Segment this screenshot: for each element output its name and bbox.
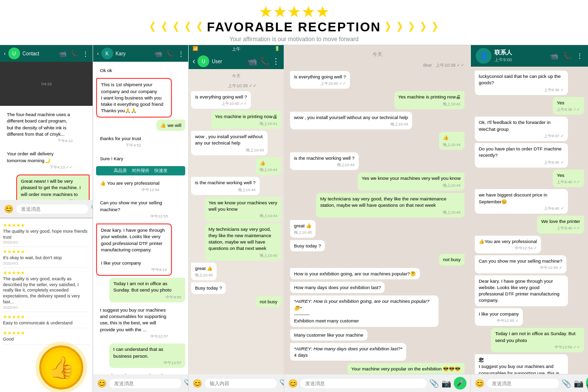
msg-2-1: Ok ok bbox=[96, 65, 116, 76]
left-arrows: 《《《《《 bbox=[144, 20, 203, 35]
video-icon-3[interactable]: 📹 bbox=[247, 57, 257, 66]
contact-name-5: 联系人 bbox=[494, 49, 547, 57]
menu-icon-2[interactable]: ⋮ bbox=[178, 50, 184, 57]
col5-msg-2: Yes 上午8:36 ✓✓ bbox=[553, 97, 584, 115]
emoji-icon-1[interactable]: 😊 bbox=[4, 204, 14, 214]
contact-time-5: 上午9:00 bbox=[494, 57, 547, 63]
avatar-1: U bbox=[8, 48, 20, 59]
review-stars-1: ★★★★★ bbox=[3, 222, 90, 228]
msg-2-12: Dear kary. I have gone through your webs… bbox=[96, 370, 172, 374]
chat-input-5[interactable] bbox=[487, 379, 559, 388]
col4-msg-13: *AIIREY: How is your exhibition going, a… bbox=[290, 295, 439, 326]
attach-icon-5[interactable]: 📎 bbox=[562, 379, 571, 388]
emoji-icon-4[interactable]: 😊 bbox=[288, 379, 298, 388]
col5-input-bar: 😊 📎 📷 🎤 bbox=[471, 374, 588, 392]
col4-input-bar: 😊 📎 📷 🎤 bbox=[284, 374, 470, 392]
action-bar-2: 高品质对外报价快速发 bbox=[96, 166, 185, 175]
col5-msg-10: I like your company 中午12:55 ✓ bbox=[475, 308, 523, 326]
chat-messages-2: Ok ok This is 1st shipment your company … bbox=[93, 62, 188, 374]
msg-2-6: 👍 You are very professional 中午12:54 bbox=[96, 177, 163, 195]
attach-icon-2[interactable]: 📎 bbox=[184, 379, 189, 388]
video-icon-5[interactable]: 📹 bbox=[550, 52, 558, 60]
col3-messages: 今天 上午10:39 ✓✓ is everything going well ?… bbox=[189, 69, 284, 374]
col5-msg-7: 👍You are very professional 中午12:54 ✓ bbox=[475, 236, 541, 253]
col4-msg-9: Busy today ? bbox=[290, 240, 325, 251]
call-icon-2[interactable]: 📞 bbox=[166, 50, 174, 57]
date-divider-3: 今天 bbox=[191, 72, 281, 81]
section-title: 《《《《《 FAVORABLE RECEPTION 》》》》》 bbox=[0, 20, 588, 35]
date-divider-4: 今天 bbox=[290, 49, 465, 60]
video-icon[interactable]: 📹 bbox=[59, 50, 67, 57]
col5-messages: luckyconsol said that he can pick up the… bbox=[471, 67, 588, 374]
back-icon[interactable]: ‹ bbox=[4, 50, 6, 56]
call-icon[interactable]: 📞 bbox=[71, 50, 78, 57]
msg-2-7: Can you show me your selling machine? 中午… bbox=[96, 197, 172, 221]
msg-3-6: Yes we know your machines very well you … bbox=[205, 197, 281, 221]
send-button-4[interactable]: 🎤 bbox=[454, 377, 466, 390]
menu-icon-3[interactable]: ⋮ bbox=[272, 57, 280, 66]
camera-icon-4[interactable]: 📷 bbox=[441, 379, 451, 388]
col5-msg-4: Do you have plan to order DTF machine re… bbox=[475, 143, 568, 168]
chat-input-1[interactable] bbox=[16, 204, 88, 214]
col5-msg-1: luckyconsol said that he can pick up the… bbox=[475, 71, 568, 95]
chat-input-4[interactable] bbox=[300, 379, 427, 388]
review-stars-5: ★★★★★ bbox=[3, 330, 90, 336]
call-icon-5[interactable]: 📞 bbox=[563, 52, 571, 60]
avatar-2: K bbox=[101, 48, 113, 59]
contact-name-3: User bbox=[212, 59, 245, 64]
attach-icon-4[interactable]: 📎 bbox=[429, 379, 439, 388]
msg-2-2: This is 1st shipment your company and ou… bbox=[96, 78, 172, 117]
review-stars-3: ★★★★★ bbox=[3, 270, 90, 275]
col5-msg-12: 您 I suggest you buy our machines and con… bbox=[475, 354, 568, 374]
msg-2-10: I suggest you buy our machines and consu… bbox=[96, 304, 172, 342]
emoji-icon-2[interactable]: 😊 bbox=[97, 379, 107, 388]
col4-msg-10: not busy bbox=[439, 254, 465, 265]
menu-icon[interactable]: ⋮ bbox=[82, 50, 89, 57]
chat-input-bar-1: 😊 📎 📷 🎤 bbox=[0, 200, 93, 218]
col5-msg-9: Dear kary. I have gone through your webs… bbox=[475, 275, 568, 306]
send-button-5[interactable]: 🎤 bbox=[586, 377, 588, 390]
status-bar-3: 📶上午🔋 bbox=[189, 45, 284, 53]
chat-input-2[interactable] bbox=[109, 379, 181, 388]
msg-1-3: Great news! I will be very pleased to ge… bbox=[16, 174, 90, 200]
msg-1-1: The four-head machine uses a different b… bbox=[3, 109, 76, 146]
chat-actions-2: 📹 📞 ⋮ bbox=[154, 50, 184, 57]
video-icon-2[interactable]: 📹 bbox=[154, 50, 162, 57]
col4-msg-16: Your machine very popular on the exhibit… bbox=[347, 363, 465, 374]
col4-top-label: dear 上午10:39 ✓✓ bbox=[290, 62, 465, 69]
msg-2-11: I can understand that as business person… bbox=[109, 343, 185, 368]
contact-info-5: 联系人 上午9:00 bbox=[494, 49, 547, 63]
msg-3-4: 👍 晚上10:44 bbox=[256, 157, 281, 175]
attach-icon-1[interactable]: 📎 bbox=[91, 204, 93, 214]
col1-panel: ‹ U Contact 📹 📞 ⋮ 7/4:22 The four-head m… bbox=[0, 45, 93, 392]
emoji-icon-3[interactable]: 😊 bbox=[193, 379, 202, 388]
col4-msg-7: My technicians say very good, they like … bbox=[316, 193, 465, 218]
main-content: ‹ U Contact 📹 📞 ⋮ 7/4:22 The four-head m… bbox=[0, 45, 588, 392]
contact-name-1: Contact bbox=[23, 51, 39, 56]
col1-chat-panel: ‹ U Contact 📹 📞 ⋮ 7/4:22 The four-head m… bbox=[0, 45, 93, 219]
attach-icon-3[interactable]: 📎 bbox=[279, 379, 284, 388]
chat-input-bar-2: 😊 📎 📷 🎤 bbox=[93, 374, 188, 392]
avatar-3: U bbox=[197, 55, 209, 67]
menu-icon-5[interactable]: ⋮ bbox=[576, 52, 583, 60]
col4-msg-12: How many days does your exhibition last? bbox=[290, 282, 385, 293]
back-icon-2[interactable]: ‹ bbox=[97, 50, 99, 56]
review-date-3: 2022/4/1 bbox=[3, 305, 90, 310]
review-5: ★★★★★ Good bbox=[3, 328, 90, 345]
header-icons-5: 📹 📞 ⋮ bbox=[550, 52, 583, 60]
call-icon-3[interactable]: 📞 bbox=[260, 57, 270, 66]
back-icon-3[interactable]: ‹ bbox=[193, 57, 195, 66]
avatar-5: 👤 bbox=[476, 48, 491, 64]
emoji-icon-5[interactable]: 😊 bbox=[475, 379, 485, 388]
msg-2-8: Dear kary. I have gone through your webs… bbox=[96, 223, 172, 276]
msg-3-8: great 👍 晚上10:45 bbox=[191, 263, 217, 280]
col5-msg-6: we have biggest discount price in Septem… bbox=[475, 189, 568, 214]
msg-3-label: 上午10:39 ✓✓ bbox=[191, 83, 281, 89]
msg-2-5: Sure ! Kary bbox=[96, 153, 127, 164]
chat-input-3[interactable] bbox=[205, 379, 277, 388]
review-2: ★★★★★ It's okay to wait, but don't stop … bbox=[3, 247, 90, 268]
msg-3-1: is everything going well ? 上午10:40 ✓✓ bbox=[191, 91, 251, 109]
chat-actions-1[interactable]: 📹 📞 ⋮ bbox=[59, 50, 89, 57]
msg-3-3: wow , you install yourself without any o… bbox=[191, 131, 268, 155]
camera-icon-5[interactable]: 📷 bbox=[574, 379, 584, 388]
